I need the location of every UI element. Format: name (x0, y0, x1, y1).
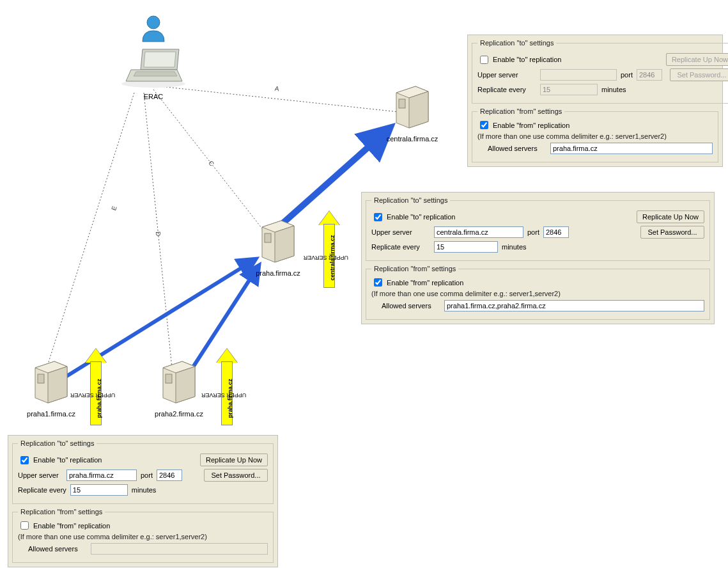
svg-marker-15 (409, 91, 428, 128)
laptop-icon (118, 44, 189, 89)
allowed-servers-input[interactable] (91, 543, 268, 555)
allowed-servers-input[interactable] (550, 143, 713, 154)
from-hint: (If more than one use comma delimiter e.… (18, 533, 268, 540)
node-praha-label: praha.firma.cz (243, 269, 313, 277)
replication-to-legend: Replication "to" settings (18, 439, 97, 447)
node-centrala-label: centrala.firma.cz (377, 135, 447, 143)
port-label: port (527, 228, 539, 236)
from-hint: (If more than one use comma delimiter e.… (477, 132, 713, 140)
replicate-now-button[interactable]: Replicate Up Now (637, 210, 704, 223)
node-praha2-label: praha2.firma.cz (144, 410, 214, 418)
minutes-label: minutes (132, 486, 157, 494)
replicate-every-label: Replicate every (371, 243, 430, 251)
svg-line-3 (45, 93, 134, 374)
enable-from-label[interactable]: Enable "from" replication (18, 519, 268, 532)
enable-to-label[interactable]: Enable "to" replication (477, 54, 562, 66)
upper-server-label: Upper server (18, 471, 63, 479)
allowed-servers-label: Allowed servers (28, 545, 87, 553)
edge-label-c: C (207, 159, 215, 167)
allowed-servers-label: Allowed servers (488, 145, 546, 152)
replication-from-legend: Replication "from" settings (477, 107, 564, 115)
edge-label-d: D (155, 231, 162, 236)
panel-praha: Replication "to" settings Enable "to" re… (361, 192, 715, 324)
svg-rect-24 (38, 374, 44, 383)
replicate-now-button[interactable]: Replicate Up Now (200, 454, 268, 466)
panel-leaf: Replication "to" settings Enable "to" re… (8, 435, 278, 567)
replication-to-legend: Replication "to" settings (477, 39, 556, 47)
svg-marker-10 (144, 52, 176, 67)
node-centrala: centrala.firma.cz (377, 80, 447, 143)
node-erac-label: ERAC (109, 93, 198, 100)
enable-to-label[interactable]: Enable "to" replication (371, 211, 456, 223)
enable-from-label[interactable]: Enable "from" replication (371, 276, 704, 288)
allowed-servers-label: Allowed servers (382, 302, 440, 310)
node-erac: ERAC (109, 13, 198, 100)
svg-marker-23 (48, 367, 67, 403)
svg-marker-12 (134, 72, 177, 76)
panel-centrala: Replication "to" settings Enable "to" re… (467, 35, 723, 167)
svg-rect-16 (399, 99, 405, 108)
replicate-every-input[interactable] (540, 84, 598, 95)
replication-from-group: Replication "from" settings Enable "from… (366, 265, 710, 320)
server-icon (256, 214, 300, 265)
enable-from-checkbox[interactable] (374, 278, 382, 287)
svg-rect-20 (265, 233, 271, 242)
enable-to-checkbox[interactable] (374, 213, 382, 221)
port-label: port (141, 471, 153, 479)
port-label: port (621, 71, 633, 79)
allowed-servers-input[interactable] (444, 300, 704, 312)
replicate-now-button[interactable]: Replicate Up Now (666, 53, 728, 66)
upper-server-input[interactable] (540, 69, 617, 81)
replicate-every-input[interactable] (70, 484, 128, 496)
replicate-every-label: Replicate every (18, 486, 66, 494)
replication-to-legend: Replication "to" settings (371, 196, 450, 204)
upper-server-input[interactable] (66, 469, 137, 481)
svg-marker-27 (176, 367, 195, 403)
edge-label-a: A (274, 85, 279, 93)
set-password-button[interactable]: Set Password... (670, 68, 728, 81)
node-praha2: praha2.firma.cz (144, 355, 214, 418)
upper-server-label: Upper server (477, 71, 536, 79)
replication-from-group: Replication "from" settings Enable "from… (472, 107, 718, 162)
port-input[interactable] (543, 226, 569, 238)
edge-label-e: E (110, 205, 118, 212)
server-icon (390, 80, 435, 131)
svg-rect-28 (166, 374, 172, 383)
replicate-every-label: Replicate every (477, 86, 536, 93)
server-icon (157, 355, 201, 406)
upper-server-input[interactable] (434, 226, 523, 238)
replication-to-group: Replication "to" settings Enable "to" re… (12, 439, 274, 504)
port-input[interactable] (157, 469, 182, 481)
replication-to-group: Replication "to" settings Enable "to" re… (366, 196, 710, 261)
set-password-button[interactable]: Set Password... (204, 469, 268, 482)
enable-to-checkbox[interactable] (480, 56, 488, 64)
enable-to-label[interactable]: Enable "to" replication (18, 454, 102, 466)
from-hint: (If more than one use comma delimiter e.… (371, 290, 704, 297)
server-icon (29, 355, 74, 406)
enable-from-checkbox[interactable] (480, 121, 488, 129)
enable-from-checkbox[interactable] (20, 521, 29, 530)
replication-to-group: Replication "to" settings Enable "to" re… (472, 39, 728, 104)
enable-to-checkbox[interactable] (20, 456, 29, 464)
user-icon (131, 13, 176, 48)
node-praha1: praha1.firma.cz (16, 355, 86, 418)
minutes-label: minutes (601, 86, 626, 93)
minutes-label: minutes (502, 243, 527, 251)
set-password-button[interactable]: Set Password... (640, 226, 704, 239)
svg-marker-19 (275, 226, 294, 262)
port-input[interactable] (637, 69, 662, 81)
node-praha: praha.firma.cz (243, 214, 313, 277)
replicate-every-input[interactable] (434, 241, 498, 253)
node-praha1-label: praha1.firma.cz (16, 410, 86, 418)
svg-point-7 (147, 16, 160, 29)
enable-from-label[interactable]: Enable "from" replication (477, 119, 713, 131)
upper-server-label: Upper server (371, 228, 430, 236)
replication-from-legend: Replication "from" settings (371, 265, 458, 272)
replication-from-group: Replication "from" settings Enable "from… (12, 508, 274, 563)
replication-from-legend: Replication "from" settings (18, 508, 105, 516)
